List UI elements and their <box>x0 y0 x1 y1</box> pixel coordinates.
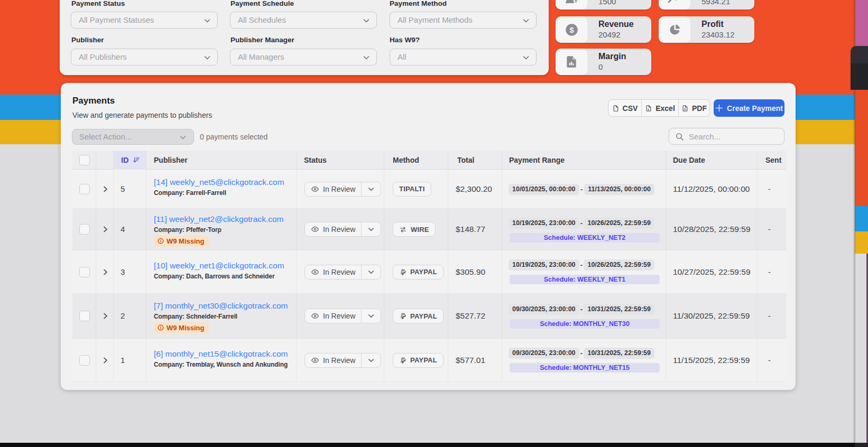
svg-text:$: $ <box>569 26 574 34</box>
svg-text:x: x <box>648 107 649 110</box>
svg-text:A: A <box>684 107 686 110</box>
